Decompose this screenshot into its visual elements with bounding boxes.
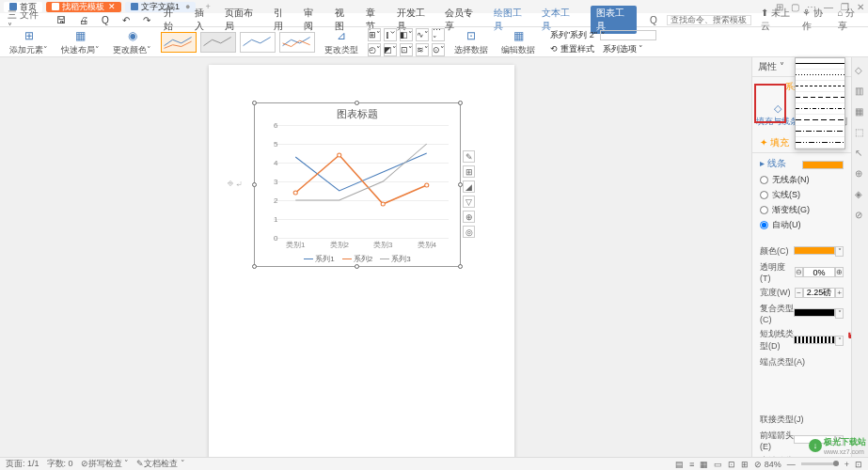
dash-opt-6[interactable] <box>796 115 844 126</box>
sub-fill[interactable]: ✦ 填充 <box>760 136 789 149</box>
radio-none[interactable]: 无线条(N) <box>760 174 844 186</box>
st-3[interactable]: ◢ <box>463 180 475 193</box>
select-data[interactable]: ⊡选择数据 <box>450 28 492 56</box>
vt-2[interactable]: ▥ <box>855 86 866 97</box>
vt-5[interactable]: ↖ <box>855 148 866 159</box>
radio-solid[interactable]: 实线(S) <box>760 189 844 201</box>
menu-ref[interactable]: 引用 <box>274 7 292 33</box>
quick-layout[interactable]: ▦快速布局˅ <box>57 28 103 56</box>
rb5[interactable]: ⋯˅ <box>432 28 445 41</box>
watermark: ↓ 极光下载站www.xz7.com <box>809 436 866 455</box>
op-dec[interactable]: ⊖ <box>795 267 803 277</box>
st-4[interactable]: ▽ <box>463 196 475 208</box>
rb2[interactable]: ⫿˅ <box>384 28 397 41</box>
style-2[interactable] <box>200 32 236 53</box>
qat-save-icon[interactable]: 🖫 <box>56 15 66 25</box>
rb7[interactable]: ◩˅ <box>384 43 397 56</box>
dash-opt-2[interactable] <box>796 70 844 81</box>
qat-undo-icon[interactable]: ↶ <box>122 15 130 25</box>
st-2[interactable]: ⊞ <box>463 165 475 178</box>
share-button[interactable]: ⌂ 分享 <box>838 7 861 33</box>
qat-redo-icon[interactable]: ↷ <box>143 15 150 25</box>
series-dd[interactable]: ˅ <box>600 30 656 40</box>
rb10[interactable]: ⊙˅ <box>432 43 445 56</box>
rb4[interactable]: ∿˅ <box>416 28 429 41</box>
spell-check[interactable]: ⊘拼写检查 ˅ <box>81 458 130 470</box>
compound-dd[interactable] <box>794 308 835 317</box>
tab-doc[interactable]: 文字文稿1● <box>125 2 196 12</box>
search-input[interactable] <box>667 15 751 25</box>
view-2[interactable]: ≡ <box>689 460 694 469</box>
add-element[interactable]: ⊞添加元素˅ <box>6 28 52 56</box>
color-dd[interactable]: ˅ <box>835 246 844 257</box>
view-1[interactable]: ▤ <box>675 460 684 469</box>
reset-style[interactable]: ⟲ 重置样式 <box>550 43 594 55</box>
zoom-in[interactable]: + <box>844 460 849 469</box>
style-1[interactable] <box>161 32 197 53</box>
handle-ml[interactable] <box>252 182 257 187</box>
panel-title[interactable]: 属性 ˅ <box>758 60 784 73</box>
style-3[interactable] <box>240 32 276 53</box>
rb3[interactable]: ◧˅ <box>400 28 413 41</box>
radio-auto[interactable]: 自动(U) <box>760 219 844 231</box>
zoom-level[interactable]: ⊘ 84% <box>754 460 781 469</box>
cloud-status[interactable]: ⬆ 未上云 <box>761 7 794 33</box>
opacity-input[interactable] <box>803 267 835 277</box>
radio-grad[interactable]: 渐变线(G) <box>760 204 844 216</box>
handle-tr[interactable] <box>458 101 463 105</box>
handle-bm[interactable] <box>355 264 359 269</box>
zoom-fit[interactable]: ⊡ <box>855 460 862 469</box>
doc-check[interactable]: ✎文档检查 ˅ <box>136 458 185 470</box>
rb8[interactable]: ⊡˅ <box>400 43 413 56</box>
rb9[interactable]: ≋˅ <box>416 43 429 56</box>
rb6[interactable]: ◴˅ <box>368 43 381 56</box>
handle-bl[interactable] <box>252 264 257 269</box>
menu-review[interactable]: 审阅 <box>304 7 322 33</box>
view-5[interactable]: ⊡ <box>728 460 735 469</box>
vt-1[interactable]: ◇ <box>855 65 866 76</box>
style-4[interactable] <box>279 32 315 53</box>
vt-8[interactable]: ⊘ <box>855 210 866 221</box>
vt-3[interactable]: ▦ <box>855 106 866 118</box>
dash-opt-3[interactable] <box>796 81 844 92</box>
dash-opt-1[interactable] <box>796 58 844 70</box>
vt-7[interactable]: ◈ <box>855 189 866 200</box>
color-picker[interactable] <box>794 246 835 255</box>
edit-data[interactable]: ▦编辑数据 <box>497 28 539 56</box>
chart-title[interactable]: 图表标题 <box>255 103 460 125</box>
plot-area[interactable]: 0123456 <box>266 125 449 238</box>
menu-start[interactable]: 开始 <box>164 7 181 33</box>
zoom-out[interactable]: — <box>787 460 796 469</box>
view-3[interactable]: ▦ <box>700 460 708 469</box>
rb1[interactable]: ⊞˅ <box>368 28 381 41</box>
view-4[interactable]: ▭ <box>714 460 722 469</box>
handle-tm[interactable] <box>355 101 359 105</box>
st-6[interactable]: ◎ <box>463 226 475 238</box>
handle-tl[interactable] <box>252 101 257 105</box>
series-options[interactable]: 系列选项 ˅ <box>603 43 644 55</box>
change-type[interactable]: ⊿更改类型 <box>321 28 362 56</box>
menu-layout[interactable]: 页面布局 <box>225 7 260 33</box>
handle-br[interactable] <box>458 264 463 269</box>
vt-4[interactable]: ⬚ <box>855 127 866 138</box>
vt-6[interactable]: ⊕ <box>855 168 866 180</box>
w-inc[interactable]: + <box>835 288 844 298</box>
coop-button[interactable]: ⚘ 协作 <box>802 7 828 33</box>
dash-dd[interactable] <box>794 336 835 344</box>
qat-print-icon[interactable]: 🖨 <box>79 15 88 25</box>
tab-template[interactable]: 找稻壳模板✕ <box>46 2 121 12</box>
dash-opt-5[interactable] <box>796 103 844 115</box>
dash-opt-7[interactable] <box>796 126 844 137</box>
st-1[interactable]: ✎ <box>463 150 475 163</box>
qat-preview-icon[interactable]: Q <box>102 15 109 25</box>
dash-opt-8[interactable] <box>796 137 844 149</box>
view-6[interactable]: ⊞ <box>741 460 749 469</box>
menu-insert[interactable]: 插入 <box>195 7 213 33</box>
chart[interactable]: 图表标题 0123456 类别1类别2类别3类别4 系列1系列2系列3 ✎ ⊞ … <box>254 102 461 267</box>
st-5[interactable]: ⊕ <box>463 211 475 223</box>
width-input[interactable] <box>803 288 835 298</box>
op-inc[interactable]: ⊕ <box>835 267 844 277</box>
w-dec[interactable]: − <box>795 288 803 298</box>
dash-opt-4[interactable] <box>796 92 844 103</box>
change-color[interactable]: ◉更改颜色˅ <box>109 28 155 56</box>
